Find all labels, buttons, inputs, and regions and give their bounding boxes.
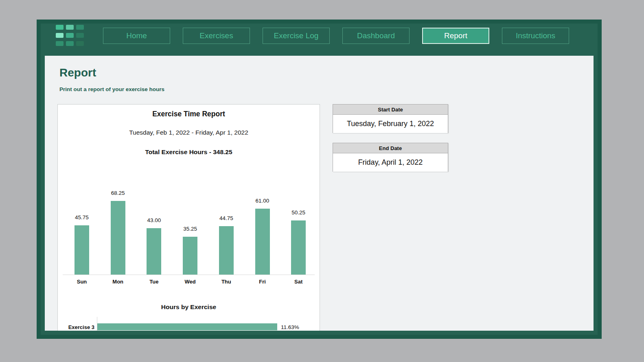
hbar-value-label: 11.63% (281, 324, 299, 330)
nav-button-exercise-log[interactable]: Exercise Log (263, 28, 330, 44)
nav-buttons: HomeExercisesExercise LogDashboardReport… (103, 28, 569, 44)
page-subtitle: Print out a report of your exercise hour… (59, 86, 164, 92)
exercise-report-chart: Exercise Time Report Tuesday, Feb 1, 202… (57, 104, 320, 331)
end-date-panel: End Date Friday, April 1, 2022 (333, 143, 448, 172)
hbar-category-label: Exercise 3 (60, 324, 94, 330)
start-date-value[interactable]: Tuesday, February 1, 2022 (333, 115, 448, 133)
end-date-value[interactable]: Friday, April 1, 2022 (333, 153, 448, 172)
app-logo-grid-icon (56, 25, 84, 46)
page-title: Report (59, 66, 96, 79)
start-date-panel: Start Date Tuesday, February 1, 2022 (333, 104, 448, 133)
nav-button-dashboard[interactable]: Dashboard (342, 28, 410, 44)
start-date-header: Start Date (333, 105, 448, 115)
hours-by-exercise-plot: Exercise 311.63% (58, 105, 320, 331)
app-window: HomeExercisesExercise LogDashboardReport… (37, 20, 602, 339)
nav-button-instructions[interactable]: Instructions (502, 28, 569, 44)
hbar-exercise-3 (97, 323, 277, 330)
nav-button-report[interactable]: Report (422, 28, 489, 44)
nav-button-home[interactable]: Home (103, 28, 170, 44)
report-page: Report Print out a report of your exerci… (45, 56, 594, 331)
end-date-header: End Date (333, 143, 448, 153)
navbar: HomeExercisesExercise LogDashboardReport… (41, 24, 598, 52)
nav-button-exercises[interactable]: Exercises (183, 28, 250, 44)
